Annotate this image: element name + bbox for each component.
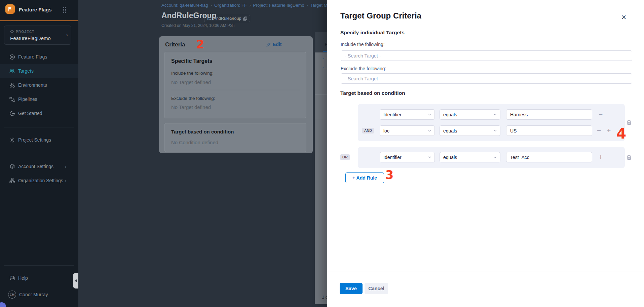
condition-row: AND loc equals − + — [358, 125, 625, 136]
org-chart-icon — [9, 178, 15, 183]
condition-value-input[interactable] — [506, 109, 592, 120]
specify-targets-heading: Specify individual Targets — [340, 30, 405, 36]
chevron-right-icon: › — [66, 31, 68, 38]
environments-icon — [9, 82, 15, 88]
chevron-down-icon — [428, 114, 431, 116]
sidebar-item-help[interactable]: ? Help — [0, 271, 78, 285]
breadcrumb-account[interactable]: Account: qa-feature-flag — [161, 3, 208, 8]
target-group-criteria-modal: Target Group Criteria ✕ Specify individu… — [327, 0, 644, 307]
operator-value: equals — [443, 128, 457, 133]
divider — [171, 90, 300, 90]
sidebar-item-targets[interactable]: Targets — [0, 64, 78, 78]
sidebar-divider — [4, 265, 74, 266]
sidebar-item-user[interactable]: CM Conor Murray — [0, 287, 78, 302]
attribute-value: loc — [383, 128, 389, 133]
modal-title: Target Group Criteria — [340, 11, 421, 21]
feature-flags-icon — [9, 54, 15, 60]
attribute-dropdown[interactable]: Identifier — [380, 152, 435, 162]
criteria-title: Criteria — [165, 41, 185, 48]
chevron-right-icon: › — [65, 164, 66, 169]
condition-value-input[interactable] — [506, 152, 592, 162]
chevron-down-icon — [428, 130, 431, 132]
sidebar-item-get-started[interactable]: Get Started — [0, 106, 78, 120]
chat-widget-blob[interactable] — [0, 302, 6, 307]
sidebar-item-environments[interactable]: Environments — [0, 78, 78, 92]
project-label: PROJECT — [16, 30, 35, 34]
annotation-marker-3: 3 — [385, 169, 393, 181]
include-value: No Target defined — [171, 79, 211, 85]
gear-icon — [9, 137, 15, 143]
delete-rule-icon[interactable] — [626, 119, 632, 125]
exclude-target-search-input[interactable] — [341, 73, 632, 84]
sidebar-item-account-settings[interactable]: Account Settings › — [0, 159, 78, 174]
sidebar-item-project-settings[interactable]: Project Settings — [0, 133, 78, 147]
cancel-button[interactable]: Cancel — [365, 283, 388, 294]
add-rule-button[interactable]: + Add Rule — [345, 172, 384, 183]
exclude-label: Exclude the following: — [171, 96, 215, 101]
save-button[interactable]: Save — [340, 283, 363, 294]
sidebar-item-label: Account Settings — [18, 164, 53, 169]
sidebar-item-label: Help — [18, 275, 28, 281]
copy-icon[interactable] — [243, 16, 247, 21]
specific-targets-card: Specific Targets Include the following: … — [164, 52, 306, 118]
sidebar-item-label: Feature Flags — [18, 54, 47, 60]
attribute-dropdown[interactable]: Identifier — [380, 109, 435, 120]
edit-criteria-button[interactable]: Edit — [266, 42, 281, 47]
criteria-card: Criteria Edit Specific Targets Include t… — [159, 36, 313, 153]
remove-value-button[interactable]: − — [599, 110, 603, 119]
chevron-down-icon — [494, 156, 497, 158]
sidebar-item-feature-flags[interactable]: Feature Flags — [0, 50, 78, 64]
sidebar-item-label: Pipelines — [18, 97, 37, 102]
operator-dropdown[interactable]: equals — [440, 109, 500, 120]
feature-flags-logo-icon[interactable] — [5, 4, 15, 14]
help-chat-icon: ? — [9, 275, 15, 281]
pipelines-icon — [9, 97, 15, 102]
operator-dropdown[interactable]: equals — [440, 152, 500, 162]
condition-heading: Target based on condition — [340, 90, 405, 96]
project-selector[interactable]: PROJECT FeatureFlagDemo › — [4, 26, 71, 45]
app-title: Feature Flags — [19, 7, 52, 12]
and-connector-chip: AND — [362, 128, 374, 133]
module-menu-icon[interactable] — [63, 7, 67, 14]
created-timestamp: Created on May 21, 2024, 10:36 AM PST — [161, 23, 235, 28]
sidebar-item-pipelines[interactable]: Pipelines — [0, 92, 78, 106]
user-name: Conor Murray — [19, 292, 48, 297]
condition-row: Identifier equals − — [358, 109, 625, 120]
attribute-dropdown[interactable]: loc — [380, 125, 435, 136]
breadcrumb-project[interactable]: Project: FeatureFlagDemo — [253, 3, 304, 8]
project-icon — [10, 30, 14, 33]
operator-value: equals — [443, 155, 457, 160]
annotation-marker-4: 4 — [616, 127, 626, 141]
condition-card-title: Target based on condition — [171, 129, 234, 135]
add-value-button[interactable]: + — [599, 152, 603, 162]
chevron-left-icon — [75, 279, 77, 282]
sidebar-item-label: Get Started — [18, 111, 42, 116]
annotation-marker-2: 2 — [196, 39, 204, 50]
sidebar-collapse-button[interactable] — [73, 273, 78, 289]
modal-include-label: Include the following: — [341, 42, 385, 47]
condition-card-value: No Condition defined — [171, 140, 218, 145]
id-badge-text: ID: AndRuleGroup — [207, 16, 241, 21]
get-started-icon — [9, 111, 15, 116]
include-target-search-input[interactable] — [341, 50, 632, 61]
edit-label: Edit — [273, 42, 281, 47]
sidebar-item-label: Project Settings — [18, 137, 51, 143]
delete-rule-icon[interactable] — [626, 154, 632, 160]
close-icon[interactable]: ✕ — [621, 14, 627, 21]
chevron-down-icon — [494, 114, 497, 116]
exclude-value: No Target defined — [171, 104, 211, 110]
breadcrumb-separator: › — [307, 3, 308, 8]
include-label: Include the following: — [171, 71, 214, 76]
operator-dropdown[interactable]: equals — [440, 125, 500, 136]
remove-value-button[interactable]: − — [597, 126, 601, 135]
condition-value-input[interactable] — [506, 125, 592, 136]
id-badge[interactable]: ID: AndRuleGroup — [204, 15, 250, 22]
condition-card: Target based on condition No Condition d… — [164, 123, 306, 152]
add-value-button[interactable]: + — [607, 126, 611, 135]
module-accent-bar — [0, 20, 78, 21]
modal-exclude-label: Exclude the following: — [341, 66, 386, 71]
pencil-icon — [266, 42, 271, 47]
sidebar-item-organization-settings[interactable]: Organization Settings › — [0, 174, 78, 188]
breadcrumb-organization[interactable]: Organization: FF — [214, 3, 247, 8]
specific-targets-title: Specific Targets — [171, 58, 212, 64]
